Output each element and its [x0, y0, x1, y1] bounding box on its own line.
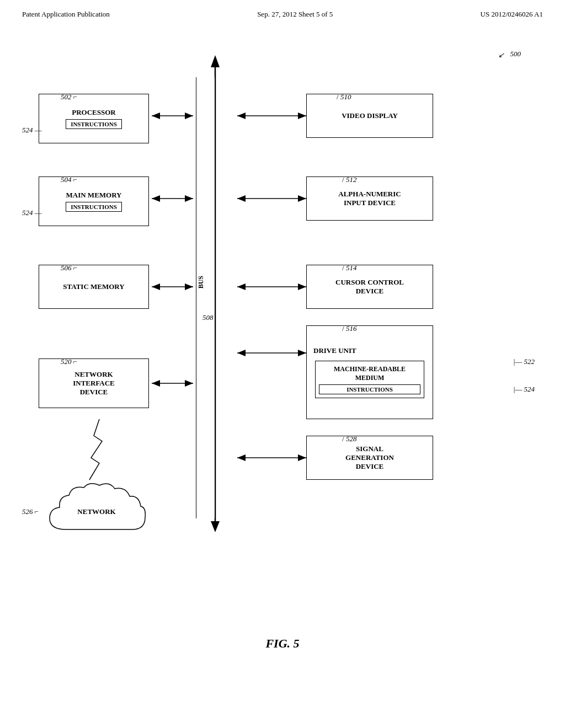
network-interface-box: NETWORKINTERFACEDEVICE	[39, 358, 149, 408]
header-right: US 2012/0246026 A1	[481, 10, 543, 19]
svg-marker-27	[298, 350, 306, 356]
ref-524a: 524 —	[22, 126, 42, 135]
diagram-area: BUS 500 ↙ PROCESSOR INSTRUCTIONS 502 ⌐ 5…	[0, 44, 565, 678]
network-cloud: NETWORK	[44, 480, 149, 546]
alpha-numeric-box: ALPHA-NUMERICINPUT DEVICE	[306, 176, 433, 221]
svg-marker-20	[237, 195, 246, 202]
ref-514: / 514	[342, 264, 356, 272]
svg-marker-12	[185, 283, 193, 290]
svg-marker-8	[152, 195, 160, 202]
ref-524b: 524 —	[22, 208, 42, 217]
header-left: Patent Application Publication	[22, 10, 110, 19]
cursor-control-label: CURSOR CONTROLDEVICE	[335, 278, 404, 296]
svg-marker-18	[298, 113, 306, 119]
svg-marker-23	[237, 283, 246, 290]
svg-marker-1	[211, 55, 220, 67]
svg-marker-26	[237, 350, 246, 356]
static-memory-label: STATIC MEMORY	[63, 282, 124, 291]
svg-marker-30	[298, 454, 306, 461]
ref-528: / 528	[342, 435, 356, 443]
ref-522: |— 522	[514, 357, 535, 366]
signal-gen-box: SIGNALGENERATIONDEVICE	[306, 436, 433, 480]
drive-instructions: INSTRUCTIONS	[319, 384, 420, 394]
ref-516: / 516	[342, 324, 356, 333]
ref-500: 500	[510, 50, 521, 58]
drive-unit-box: DRIVE UNIT MACHINE-READABLEMEDIUM INSTRU…	[306, 325, 433, 419]
bus-line	[196, 77, 215, 518]
ref-526: 526 ⌐	[22, 507, 39, 516]
drive-unit-label: DRIVE UNIT	[309, 346, 356, 355]
svg-marker-17	[237, 113, 246, 119]
ref-508: 508	[202, 313, 214, 322]
main-memory-label: MAIN MEMORY	[66, 191, 122, 200]
processor-box: PROCESSOR INSTRUCTIONS	[39, 94, 149, 143]
header-middle: Sep. 27, 2012 Sheet 5 of 5	[257, 10, 333, 19]
video-display-box: VIDEO DISPLAY	[306, 94, 433, 138]
processor-label: PROCESSOR	[72, 108, 115, 117]
signal-gen-label: SIGNALGENERATIONDEVICE	[345, 445, 394, 471]
alpha-numeric-label: ALPHA-NUMERICINPUT DEVICE	[338, 190, 401, 207]
network-interface-label: NETWORKINTERFACEDEVICE	[73, 370, 115, 397]
static-memory-box: STATIC MEMORY	[39, 265, 149, 309]
figure-label: FIG. 5	[265, 636, 299, 651]
ref-504: 504 ⌐	[61, 175, 77, 184]
ref-500-arrow: ↙	[498, 51, 504, 60]
page-header: Patent Application Publication Sep. 27, …	[0, 0, 565, 19]
svg-marker-5	[152, 113, 160, 119]
ref-502: 502 ⌐	[61, 93, 77, 101]
ref-524c: |— 524	[514, 385, 535, 394]
main-memory-box: MAIN MEMORY INSTRUCTIONS	[39, 176, 149, 226]
video-display-label: VIDEO DISPLAY	[342, 111, 398, 120]
svg-text:NETWORK: NETWORK	[77, 507, 116, 516]
machine-readable-label: MACHINE-READABLEMEDIUM	[334, 365, 406, 382]
ref-512: / 512	[342, 175, 356, 184]
ref-506: 506 ⌐	[61, 264, 77, 272]
cursor-control-box: CURSOR CONTROLDEVICE	[306, 265, 433, 309]
svg-marker-14	[152, 380, 160, 387]
svg-marker-15	[185, 380, 193, 387]
ref-520: 520 ⌐	[61, 357, 77, 366]
processor-instructions: INSTRUCTIONS	[66, 119, 122, 129]
svg-marker-29	[237, 454, 246, 461]
svg-marker-21	[298, 195, 306, 202]
main-memory-instructions: INSTRUCTIONS	[66, 202, 122, 212]
svg-marker-24	[298, 283, 306, 290]
svg-marker-9	[185, 195, 193, 202]
ref-510: / 510	[337, 93, 351, 101]
svg-marker-3	[211, 521, 220, 532]
svg-marker-6	[185, 113, 193, 119]
bus-label: BUS	[197, 276, 215, 288]
svg-marker-11	[152, 283, 160, 290]
machine-readable-box: MACHINE-READABLEMEDIUM INSTRUCTIONS	[315, 361, 424, 398]
